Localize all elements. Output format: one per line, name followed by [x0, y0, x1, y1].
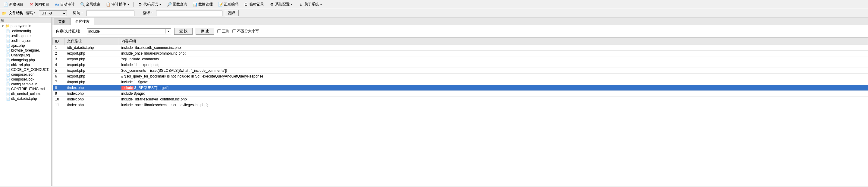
translate-input[interactable]	[156, 10, 222, 16]
table-row[interactable]: 9/index.phpinclude $page;	[53, 91, 868, 96]
item-label: CONTRIBUTING.md	[11, 87, 44, 91]
list-item[interactable]: 📄 .editorconfig	[5, 29, 51, 33]
table-row[interactable]: 3/export.php'sql_include_comments',	[53, 56, 868, 62]
table-row[interactable]: 10/index.phpinclude 'libraries/server_co…	[53, 96, 868, 102]
item-label: chk_rel.php	[11, 63, 30, 67]
audit-plugin-btn[interactable]: 📋 审计插件 ▼	[104, 1, 132, 8]
search-panel: 内容(支持正则)： ▼ 查 找 停 止 正则 不区分大小写	[53, 25, 868, 37]
list-item[interactable]: 📄 composer.json	[5, 72, 51, 77]
table-row[interactable]: 5/export.php$do_comments = isset($GLOBAL…	[53, 68, 868, 73]
file-icon: 📄	[6, 39, 10, 43]
item-label: composer.json	[11, 72, 34, 76]
about-sys-arrow: ▼	[320, 3, 322, 6]
item-label: config.sample.in.	[11, 82, 38, 86]
table-row[interactable]: 7/import.phpinclude '' . $goto;	[53, 79, 868, 85]
list-item[interactable]: 📄 .eslintignore	[5, 33, 51, 38]
auto-audit-btn[interactable]: Aa 自动审计	[53, 1, 77, 8]
list-item[interactable]: 📄 changelog.php	[5, 58, 51, 62]
regex-code-btn[interactable]: 📝 正则编码	[216, 1, 241, 8]
list-item[interactable]: 📄 db_central_colum.	[5, 91, 51, 96]
cell-content: include_once 'libraries/check_user_privi…	[119, 102, 868, 108]
case-checkbox[interactable]	[232, 29, 236, 33]
main-toolbar: 📄 新建项目 ✖ 关闭项目 Aa 自动审计 🔍 全局搜索 📋 审计插件 ▼ ⚙ …	[0, 0, 868, 9]
cell-content: include '' . $goto;	[119, 79, 868, 85]
content-area: 首页 全局搜索 内容(支持正则)： ▼ 查 找 停 止 正则 不区分大小写	[53, 18, 868, 186]
cell-content: include 'libraries/server_common.inc.php…	[119, 96, 868, 102]
file-icon: 📄	[6, 63, 10, 67]
func-query-btn[interactable]: 🔎 函数查询	[165, 1, 189, 8]
data-manage-btn[interactable]: 📊 数据管理	[190, 1, 215, 8]
file-icon: 📄	[6, 44, 10, 48]
debug-code-label: 代码调试	[144, 2, 158, 7]
search-dropdown-arrow[interactable]: ▼	[165, 29, 171, 33]
list-item[interactable]: 📄 browse_foreigner.	[5, 48, 51, 53]
file-structure-icon: 📁	[2, 11, 6, 15]
regex-checkbox[interactable]	[217, 29, 221, 33]
stop-btn[interactable]: 停 止	[195, 28, 214, 35]
cell-path: /index.php	[65, 96, 119, 102]
close-project-btn[interactable]: ✖ 关闭项目	[27, 1, 51, 8]
tab-global-search[interactable]: 全局搜索	[70, 18, 94, 25]
close-project-icon: ✖	[29, 2, 34, 7]
temp-record-icon: 🗒	[244, 2, 249, 7]
table-row[interactable]: 6/export.php// $sql_query_for_bookmark i…	[53, 73, 868, 79]
regex-checkbox-label[interactable]: 正则	[217, 29, 229, 34]
translate-btn[interactable]: 翻译	[225, 10, 239, 16]
table-row[interactable]: 11/index.phpinclude_once 'libraries/chec…	[53, 102, 868, 108]
list-item[interactable]: 📄 chk_rel.php	[5, 62, 51, 67]
list-item[interactable]: 📄 CONTRIBUTING.md	[5, 87, 51, 91]
list-item[interactable]: 📄 config.sample.in.	[5, 82, 51, 87]
new-project-btn[interactable]: 📄 新建项目	[1, 1, 26, 8]
auto-audit-icon: Aa	[55, 2, 59, 7]
list-item[interactable]: 📄 ajax.php	[5, 43, 51, 48]
audit-plugin-icon: 📋	[106, 2, 111, 7]
search-btn[interactable]: 查 找	[174, 28, 193, 35]
file-icon: 📄	[6, 92, 10, 96]
temp-record-btn[interactable]: 🗒 临时记录	[242, 1, 266, 8]
table-row[interactable]: 8/index.phpinclude $_REQUEST['target'];	[53, 85, 868, 91]
word-input[interactable]	[86, 10, 134, 16]
file-icon: 📄	[6, 49, 10, 53]
main-layout: ⊟ ▼ 📁 phpmyadmin 📄 .editorconfig 📄 .esli…	[0, 18, 868, 186]
file-icon: 📄	[6, 87, 10, 91]
sidebar-root-item[interactable]: ▼ 📁 phpmyadmin	[0, 23, 51, 29]
close-project-label: 关闭项目	[35, 2, 49, 7]
tab-home[interactable]: 首页	[54, 18, 70, 25]
search-content-input[interactable]	[87, 29, 165, 34]
cell-content: include 'db_export.php';	[119, 62, 868, 68]
list-item[interactable]: 📄 composer.lock	[5, 77, 51, 82]
item-label: db_datadict.php	[11, 96, 37, 101]
file-icon: 📄	[6, 29, 10, 33]
list-item[interactable]: 📄 CODE_OF_CONDUCT.	[5, 67, 51, 72]
about-sys-label: 关于系统	[304, 2, 319, 7]
col-path: 文件路径	[65, 38, 119, 45]
cell-content: $do_comments = isset($GLOBALS[$what . '_…	[119, 68, 868, 73]
item-label: changelog.php	[11, 58, 35, 62]
sys-config-btn[interactable]: ⚙ 系统配置 ▼	[267, 1, 296, 8]
cell-id: 1	[53, 45, 65, 51]
audit-plugin-arrow: ▼	[127, 3, 130, 6]
table-row[interactable]: 1/db_datadict.phpinclude 'libraries/db_c…	[53, 45, 868, 51]
sys-config-arrow: ▼	[290, 3, 293, 6]
sidebar: ⊟ ▼ 📁 phpmyadmin 📄 .editorconfig 📄 .esli…	[0, 18, 51, 186]
cell-content: // $sql_query_for_bookmark is not includ…	[119, 73, 868, 79]
table-row[interactable]: 2/export.phpinclude_once 'libraries/comm…	[53, 51, 868, 56]
global-search-btn[interactable]: 🔍 全局搜索	[78, 1, 102, 8]
debug-code-btn[interactable]: ⚙ 代码调试 ▼	[135, 1, 164, 8]
encoding-select[interactable]: UTF-8 GBK GB2312 ISO-8859-1	[39, 10, 67, 16]
audit-plugin-label: 审计插件	[112, 2, 126, 7]
list-item[interactable]: 📄 ChangeLog	[5, 53, 51, 58]
table-row[interactable]: 4/export.phpinclude 'db_export.php';	[53, 62, 868, 68]
cell-id: 8	[53, 85, 65, 91]
item-label: db_central_colum.	[11, 92, 41, 96]
case-checkbox-label[interactable]: 不区分大小写	[232, 29, 259, 34]
global-search-label: 全局搜索	[86, 2, 100, 7]
list-item[interactable]: 📄 .eslintrc.json	[5, 38, 51, 43]
regex-label: 正则	[222, 29, 229, 34]
list-item[interactable]: 📄 db_datadict.php	[5, 96, 51, 101]
cell-id: 2	[53, 51, 65, 56]
cell-id: 3	[53, 56, 65, 62]
cell-id: 11	[53, 102, 65, 108]
cell-path: /export.php	[65, 62, 119, 68]
about-sys-btn[interactable]: ℹ 关于系统 ▼	[297, 1, 324, 8]
